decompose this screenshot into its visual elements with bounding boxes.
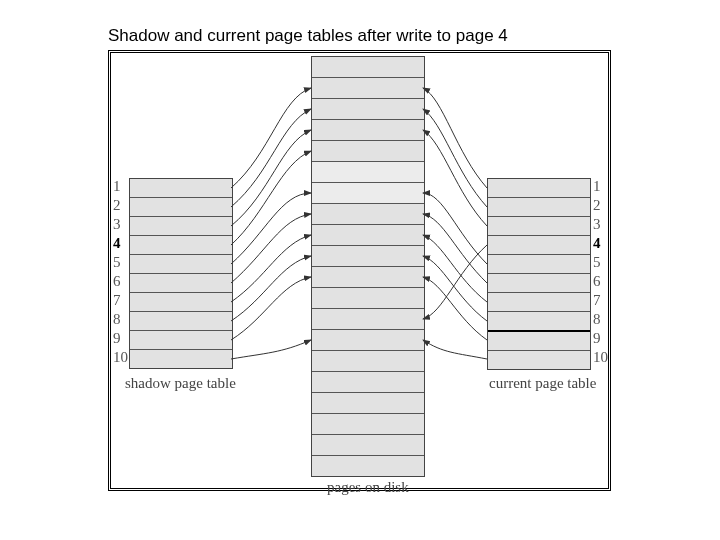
disk-row bbox=[312, 119, 424, 140]
current-num-1: 1 bbox=[593, 178, 601, 195]
shadow-row bbox=[130, 197, 232, 216]
disk-row bbox=[312, 287, 424, 308]
current-num-8: 8 bbox=[593, 311, 601, 328]
disk-row bbox=[312, 98, 424, 119]
disk-row bbox=[312, 224, 424, 245]
shadow-num-1: 1 bbox=[113, 178, 121, 195]
current-num-5: 5 bbox=[593, 254, 601, 271]
diagram-title: Shadow and current page tables after wri… bbox=[108, 26, 508, 46]
shadow-row bbox=[130, 254, 232, 273]
diagram-frame: 1 2 3 4 5 6 7 8 9 10 bbox=[108, 50, 611, 491]
current-row bbox=[488, 235, 590, 254]
disk-row bbox=[312, 57, 424, 77]
disk-row bbox=[312, 455, 424, 476]
current-row bbox=[488, 254, 590, 273]
current-row bbox=[488, 311, 590, 330]
disk-row bbox=[312, 413, 424, 434]
disk-row bbox=[312, 77, 424, 98]
shadow-num-10: 10 bbox=[113, 349, 128, 366]
disk-label: pages on disk bbox=[327, 479, 409, 496]
shadow-label: shadow page table bbox=[125, 375, 236, 392]
current-row bbox=[488, 273, 590, 292]
current-num-3: 3 bbox=[593, 216, 601, 233]
current-num-6: 6 bbox=[593, 273, 601, 290]
shadow-num-4: 4 bbox=[113, 235, 121, 252]
current-row bbox=[488, 330, 590, 350]
shadow-row bbox=[130, 349, 232, 368]
shadow-num-7: 7 bbox=[113, 292, 121, 309]
disk-row bbox=[312, 392, 424, 413]
shadow-num-8: 8 bbox=[113, 311, 121, 328]
shadow-row bbox=[130, 235, 232, 254]
shadow-num-3: 3 bbox=[113, 216, 121, 233]
shadow-row bbox=[130, 216, 232, 235]
disk-row bbox=[312, 329, 424, 350]
shadow-num-9: 9 bbox=[113, 330, 121, 347]
current-num-10: 10 bbox=[593, 349, 608, 366]
current-page-table bbox=[487, 178, 591, 370]
current-num-9: 9 bbox=[593, 330, 601, 347]
shadow-row bbox=[130, 292, 232, 311]
shadow-row bbox=[130, 330, 232, 349]
current-row bbox=[488, 216, 590, 235]
disk-row bbox=[312, 245, 424, 266]
disk-row bbox=[312, 350, 424, 371]
shadow-num-2: 2 bbox=[113, 197, 121, 214]
shadow-num-6: 6 bbox=[113, 273, 121, 290]
disk-row bbox=[312, 266, 424, 287]
current-num-7: 7 bbox=[593, 292, 601, 309]
current-num-2: 2 bbox=[593, 197, 601, 214]
current-row bbox=[488, 350, 590, 369]
disk-row bbox=[312, 161, 424, 182]
current-row bbox=[488, 292, 590, 311]
shadow-row bbox=[130, 273, 232, 292]
disk-row bbox=[312, 182, 424, 203]
current-label: current page table bbox=[489, 375, 596, 392]
current-num-4: 4 bbox=[593, 235, 601, 252]
disk-row bbox=[312, 308, 424, 329]
current-row bbox=[488, 197, 590, 216]
shadow-row bbox=[130, 179, 232, 197]
disk-row bbox=[312, 203, 424, 224]
shadow-page-table bbox=[129, 178, 233, 369]
disk-row bbox=[312, 371, 424, 392]
disk-row bbox=[312, 140, 424, 161]
shadow-row bbox=[130, 311, 232, 330]
current-row bbox=[488, 179, 590, 197]
disk-row bbox=[312, 434, 424, 455]
shadow-num-5: 5 bbox=[113, 254, 121, 271]
pages-on-disk bbox=[311, 56, 425, 477]
